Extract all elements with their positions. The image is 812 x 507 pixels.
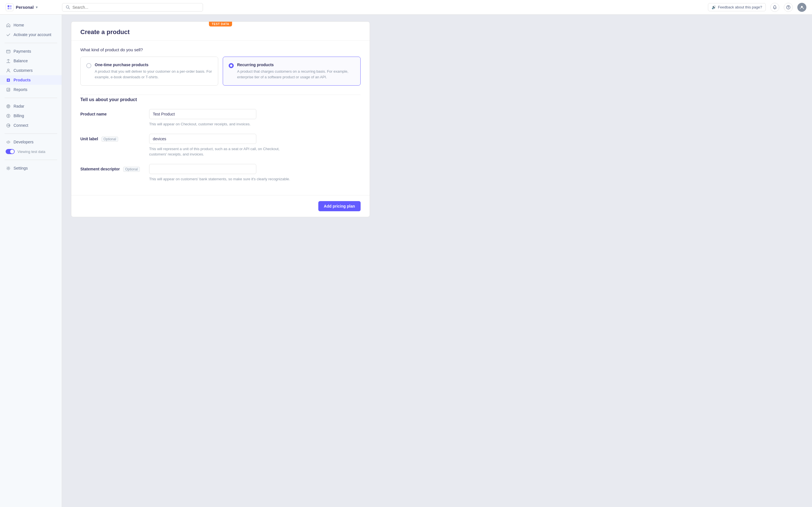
unit-label-optional-badge: Optional	[101, 136, 118, 142]
sidebar-item-products[interactable]: Products	[0, 75, 62, 85]
products-icon	[6, 77, 11, 82]
svg-rect-2	[8, 8, 9, 9]
sidebar-item-customers[interactable]: Customers	[0, 66, 62, 75]
create-product-card: TEST DATA Create a product What kind of …	[71, 21, 370, 217]
sidebar-label-products: Products	[13, 78, 31, 82]
svg-point-17	[8, 168, 9, 169]
unit-label-input[interactable]	[149, 134, 256, 144]
sidebar-item-radar[interactable]: Radar	[0, 101, 62, 111]
search-input[interactable]	[72, 5, 199, 10]
recurring-radio[interactable]	[229, 63, 234, 68]
product-type-one-time[interactable]: One-time purchase products A product tha…	[80, 57, 218, 86]
sidebar-label-radar: Radar	[13, 104, 24, 108]
one-time-radio-row: One-time purchase products A product tha…	[86, 62, 212, 80]
form-section-title: Tell us about your product	[80, 95, 361, 102]
sidebar-label-customers: Customers	[13, 68, 33, 73]
sidebar-item-connect[interactable]: Connect	[0, 121, 62, 130]
unit-label-label-col: Unit label Optional	[80, 134, 142, 141]
sidebar-divider-3	[4, 133, 57, 134]
app-caret: ▾	[36, 5, 38, 9]
recurring-description: A product that charges customers on a re…	[237, 69, 355, 80]
unit-label-field-col: This will represent a unit of this produ…	[149, 134, 361, 157]
add-pricing-plan-button[interactable]: Add pricing plan	[318, 201, 361, 211]
customers-icon	[6, 68, 11, 73]
logo-icon	[6, 3, 13, 11]
sidebar: Home Activate your account	[0, 15, 62, 507]
product-name-field-col: This will appear on Checkout, customer r…	[149, 109, 361, 127]
statement-descriptor-row: Statement descriptor Optional This will …	[80, 164, 361, 182]
sidebar-item-settings[interactable]: Settings	[0, 163, 62, 173]
feedback-icon: 🔊	[712, 5, 716, 9]
product-type-options: One-time purchase products A product tha…	[80, 57, 361, 86]
sidebar-label-settings: Settings	[13, 166, 28, 170]
sidebar-radar-section: Radar Billing	[0, 100, 62, 131]
product-name-input[interactable]	[149, 109, 256, 119]
radar-icon	[6, 104, 11, 109]
sidebar-payments-section: Payments Balance Customers	[0, 45, 62, 96]
feedback-button[interactable]: 🔊 Feedback about this page?	[708, 3, 766, 11]
one-time-radio[interactable]	[86, 63, 91, 68]
test-data-badge: TEST DATA	[209, 22, 232, 26]
toggle-switch[interactable]	[6, 149, 15, 154]
top-nav: Personal ▾ 🔊 Feedback about this page?	[0, 0, 812, 15]
sidebar-item-reports[interactable]: Reports	[0, 85, 62, 94]
svg-rect-8	[6, 50, 10, 53]
sidebar-dev-section: Developers Viewing test data	[0, 136, 62, 158]
feedback-label: Feedback about this page?	[718, 5, 762, 9]
home-icon	[6, 22, 11, 27]
svg-rect-3	[10, 8, 11, 9]
statement-descriptor-optional-badge: Optional	[123, 167, 140, 172]
statement-descriptor-input[interactable]	[149, 164, 256, 174]
sidebar-label-billing: Billing	[13, 114, 24, 118]
reports-icon	[6, 87, 11, 92]
test-data-toggle[interactable]: Viewing test data	[0, 147, 62, 156]
one-time-content: One-time purchase products A product tha…	[95, 62, 212, 80]
unit-label-hint: This will represent a unit of this produ…	[149, 146, 290, 157]
sidebar-divider-2	[4, 98, 57, 98]
one-time-title: One-time purchase products	[95, 62, 212, 67]
svg-rect-0	[8, 5, 9, 7]
one-time-description: A product that you will deliver to your …	[95, 69, 212, 80]
top-nav-actions: 🔊 Feedback about this page?	[708, 3, 806, 12]
card-footer: Add pricing plan	[71, 195, 370, 217]
connect-icon	[6, 123, 11, 128]
statement-descriptor-label-col: Statement descriptor Optional	[80, 164, 142, 171]
svg-point-14	[8, 106, 8, 107]
app-name: Personal	[16, 5, 34, 10]
sidebar-item-developers[interactable]: Developers	[0, 137, 62, 147]
svg-point-4	[66, 6, 69, 8]
statement-descriptor-label: Statement descriptor	[80, 167, 120, 171]
sidebar-item-activate[interactable]: Activate your account	[0, 30, 62, 40]
product-name-label-col: Product name	[80, 109, 142, 116]
product-type-question: What kind of product do you sell?	[80, 47, 361, 52]
sidebar-label-developers: Developers	[13, 140, 34, 144]
balance-icon	[6, 58, 11, 63]
search-container	[62, 3, 203, 11]
billing-icon	[6, 113, 11, 118]
sidebar-label-payments: Payments	[13, 49, 31, 54]
test-data-label: Viewing test data	[17, 150, 45, 154]
card-body: What kind of product do you sell? One-ti…	[71, 41, 370, 195]
user-avatar[interactable]	[797, 3, 806, 12]
recurring-title: Recurring products	[237, 62, 355, 67]
sidebar-item-billing[interactable]: Billing	[0, 111, 62, 121]
help-button[interactable]	[784, 3, 793, 12]
sidebar-item-home[interactable]: Home	[0, 20, 62, 30]
main-content: TEST DATA Create a product What kind of …	[62, 15, 812, 507]
svg-rect-1	[10, 5, 11, 7]
product-type-recurring[interactable]: Recurring products A product that charge…	[223, 57, 361, 86]
sidebar-label-reports: Reports	[13, 87, 28, 92]
sidebar-divider-4	[4, 160, 57, 160]
search-icon	[66, 5, 70, 10]
unit-label-label: Unit label	[80, 136, 98, 141]
app-logo[interactable]: Personal ▾	[6, 3, 62, 11]
page-title: Create a product	[80, 29, 361, 36]
svg-point-9	[7, 69, 9, 71]
statement-descriptor-field-col: This will appear on customers' bank stat…	[149, 164, 361, 182]
sidebar-settings-section: Settings	[0, 162, 62, 174]
sidebar-item-balance[interactable]: Balance	[0, 56, 62, 66]
notifications-button[interactable]	[770, 3, 779, 12]
sidebar-label-connect: Connect	[13, 123, 28, 128]
layout: Home Activate your account	[0, 15, 812, 507]
sidebar-item-payments[interactable]: Payments	[0, 47, 62, 56]
